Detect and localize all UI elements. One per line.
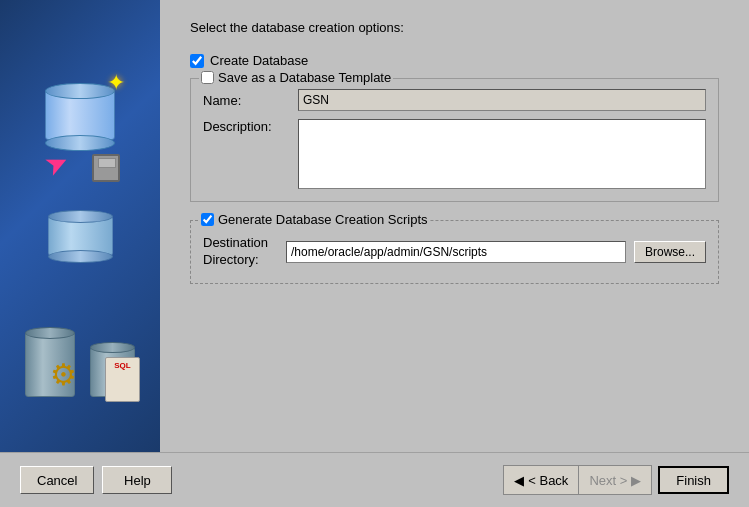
options-area: Create Database Save as a Database Templ…: [190, 53, 719, 284]
template-group-legend: Save as a Database Template: [199, 70, 393, 85]
right-panel: Select the database creation options: Cr…: [160, 0, 749, 452]
footer-right: ◀ < Back Next > ▶ Finish: [503, 465, 729, 495]
illustration: ✦ ➤: [10, 36, 150, 416]
generate-scripts-checkbox[interactable]: [201, 213, 214, 226]
nav-group: ◀ < Back Next > ▶: [503, 465, 652, 495]
wizard-container: ✦ ➤: [0, 0, 749, 507]
footer-left: Cancel Help: [20, 466, 172, 494]
next-label: Next >: [589, 473, 627, 488]
finish-button[interactable]: Finish: [658, 466, 729, 494]
illustration-panel: ✦ ➤: [0, 0, 160, 452]
description-row: Description:: [203, 119, 706, 189]
sparkle-icon: ✦: [107, 70, 125, 96]
sql-card: SQL: [105, 357, 140, 402]
create-database-row: Create Database: [190, 53, 719, 68]
floppy-icon: [92, 154, 120, 182]
cancel-button[interactable]: Cancel: [20, 466, 94, 494]
create-database-checkbox[interactable]: [190, 54, 204, 68]
content-area: ✦ ➤: [0, 0, 749, 452]
gear-icon: ⚙: [50, 357, 77, 392]
description-label: Description:: [203, 119, 288, 134]
name-input[interactable]: [298, 89, 706, 111]
save-as-template-label: Save as a Database Template: [218, 70, 391, 85]
browse-button[interactable]: Browse...: [634, 241, 706, 263]
section-label: Select the database creation options:: [190, 20, 719, 35]
destination-label: DestinationDirectory:: [203, 235, 278, 269]
back-button[interactable]: ◀ < Back: [504, 466, 579, 494]
back-arrow-icon: ◀: [514, 473, 524, 488]
footer: Cancel Help ◀ < Back Next > ▶ Finish: [0, 452, 749, 507]
help-button[interactable]: Help: [102, 466, 172, 494]
destination-row: DestinationDirectory: Browse...: [203, 235, 706, 269]
name-row: Name:: [203, 89, 706, 111]
next-arrow-icon: ▶: [631, 473, 641, 488]
description-textarea[interactable]: [298, 119, 706, 189]
scripts-group-legend: Generate Database Creation Scripts: [199, 212, 430, 227]
template-group: Save as a Database Template Name: Descri…: [190, 78, 719, 202]
generate-scripts-label: Generate Database Creation Scripts: [218, 212, 428, 227]
scripts-group: Generate Database Creation Scripts Desti…: [190, 220, 719, 284]
name-label: Name:: [203, 93, 288, 108]
back-label: < Back: [528, 473, 568, 488]
save-as-template-checkbox[interactable]: [201, 71, 214, 84]
next-button[interactable]: Next > ▶: [579, 466, 651, 494]
create-database-label: Create Database: [210, 53, 308, 68]
destination-input[interactable]: [286, 241, 626, 263]
